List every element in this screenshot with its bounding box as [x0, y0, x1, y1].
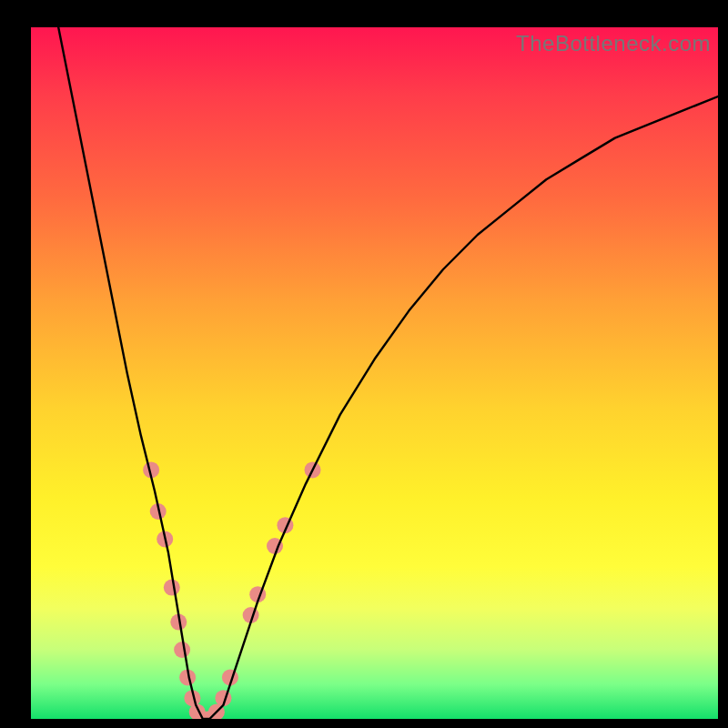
marker-dot: [164, 580, 180, 596]
marker-dot: [174, 642, 190, 658]
plot-area: TheBottleneck.com: [31, 27, 718, 719]
chart-frame: TheBottleneck.com: [0, 0, 728, 728]
bottleneck-curve: [58, 27, 718, 719]
curve-overlay: [31, 27, 718, 719]
